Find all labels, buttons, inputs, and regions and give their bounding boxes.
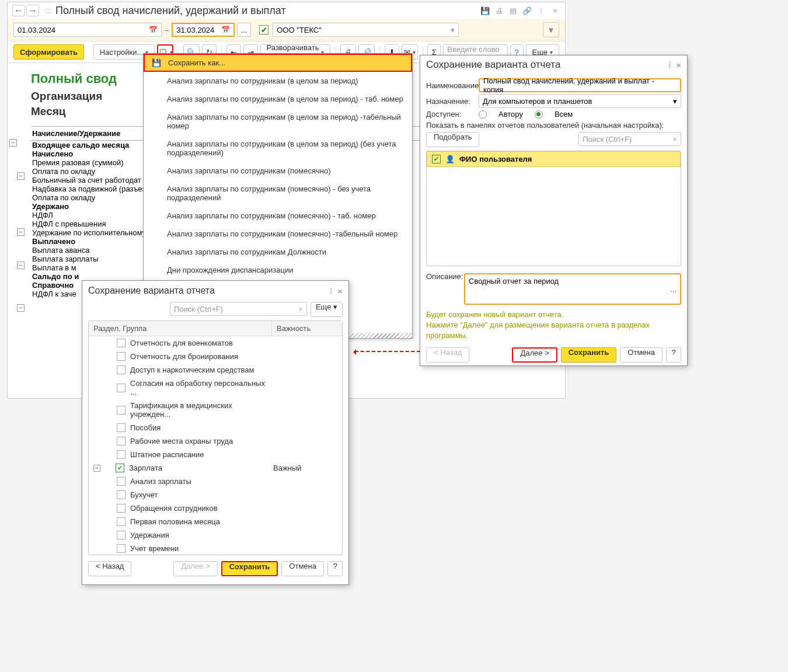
window-title: Полный свод начислений, удержаний и выпл… xyxy=(55,5,476,17)
pick-button[interactable]: Подобрать xyxy=(426,132,479,147)
expand-text-icon[interactable]: ... xyxy=(666,285,677,294)
help-button[interactable]: ? xyxy=(666,347,681,363)
cancel-button[interactable]: Отмена xyxy=(620,347,663,363)
tree-toggle[interactable]: − xyxy=(17,172,25,180)
favorite-icon[interactable]: ☆ xyxy=(43,4,53,17)
section-checkbox[interactable] xyxy=(117,423,125,432)
kebab-menu-icon[interactable]: ⁝ xyxy=(668,60,671,70)
section-search-input[interactable]: Поиск (Ctrl+F)× xyxy=(170,302,307,316)
variant-menu-item[interactable]: Анализ зарплаты по сотрудникам (в целом … xyxy=(144,108,412,135)
variant-menu-item[interactable]: Анализ зарплаты по сотрудникам (помесячн… xyxy=(144,180,412,207)
save-button[interactable]: Сохранить xyxy=(221,561,278,576)
section-checkbox[interactable] xyxy=(117,437,125,445)
back-button[interactable]: < Назад xyxy=(88,561,131,576)
author-radio[interactable] xyxy=(479,110,487,119)
section-row[interactable]: −✔ЗарплатаВажный xyxy=(89,461,342,475)
more-button[interactable]: Еще ▾ xyxy=(311,302,343,317)
section-checkbox[interactable] xyxy=(117,406,125,415)
description-input[interactable]: Сводный отчет за период... xyxy=(464,273,681,305)
sections-scroll[interactable]: Отчетность для военкоматовОтчетность для… xyxy=(89,336,342,555)
section-checkbox[interactable] xyxy=(117,339,125,347)
variant-menu-item[interactable]: Анализ зарплаты по сотрудникам (помесячн… xyxy=(144,225,412,243)
date-from-input[interactable]: 01.03.2024📅 xyxy=(13,23,162,37)
description-label: Описание: xyxy=(426,272,464,281)
print-icon[interactable]: 🖨 xyxy=(494,5,504,16)
variant-menu-item[interactable]: Анализ зарплаты по сотрудникам (в целом … xyxy=(144,90,412,108)
save-button[interactable]: Сохранить xyxy=(561,347,617,363)
section-row[interactable]: Пособия xyxy=(89,421,342,434)
info-text: Будет сохранен новый вариант отчета. Наж… xyxy=(426,309,681,342)
assignment-select[interactable]: Для компьютеров и планшетов▾ xyxy=(479,94,681,108)
section-row[interactable]: Отчетность для военкоматов xyxy=(89,336,342,350)
section-row[interactable]: Доступ к наркотическим средствам xyxy=(89,363,342,377)
name-input[interactable]: Полный свод начислений, удержаний и выпл… xyxy=(479,78,681,92)
tree-toggle[interactable]: − xyxy=(93,465,100,472)
user-list-item[interactable]: ✔ 👤 ФИО пользователя xyxy=(427,151,681,167)
organization-select[interactable]: ООО "ТЕКС"▾ xyxy=(273,23,459,37)
close-icon[interactable]: × xyxy=(676,60,681,70)
calendar-icon[interactable]: 📅 xyxy=(221,26,230,34)
section-row[interactable]: Бухучет xyxy=(89,488,342,502)
kebab-menu-icon[interactable]: ⁝ xyxy=(536,5,546,16)
calendar-icon[interactable]: 📅 xyxy=(149,26,158,34)
filter-funnel-button[interactable]: ▼ xyxy=(543,22,559,37)
user-search-input[interactable]: Поиск (Ctrl+F)× xyxy=(578,132,681,146)
org-checkbox[interactable]: ✔ xyxy=(259,25,269,34)
generate-button[interactable]: Сформировать xyxy=(13,44,84,60)
close-icon[interactable]: × xyxy=(337,286,343,296)
variant-menu-item[interactable]: Анализ зарплаты по сотрудникам (помесячн… xyxy=(144,207,412,225)
save-as-menu-item[interactable]: 💾Сохранить как... xyxy=(144,54,412,72)
section-row[interactable]: Штатное расписание xyxy=(89,448,342,461)
section-checkbox[interactable] xyxy=(117,477,125,486)
section-checkbox[interactable] xyxy=(117,352,125,361)
help-button[interactable]: ? xyxy=(327,561,343,576)
tree-toggle[interactable]: − xyxy=(17,262,25,269)
section-row[interactable]: Анализ зарплаты xyxy=(89,475,342,488)
nav-forward-button[interactable]: → xyxy=(26,5,39,16)
variant-menu-item[interactable]: Анализ зарплаты по сотрудникам (помесячн… xyxy=(144,162,412,180)
section-checkbox[interactable] xyxy=(117,517,125,526)
variant-menu-item[interactable]: Дни прохождения диспансаризации xyxy=(144,261,412,279)
section-checkbox[interactable] xyxy=(117,504,125,513)
tree-toggle[interactable]: − xyxy=(9,139,17,147)
section-row[interactable]: Первая половина месяца xyxy=(89,515,342,528)
date-from-value: 01.03.2024 xyxy=(18,26,55,34)
section-row[interactable]: Рабочие места охраны труда xyxy=(89,434,342,448)
section-row[interactable]: Тарификация в медицинских учрежден... xyxy=(89,399,342,421)
section-checkbox[interactable] xyxy=(117,544,125,553)
date-to-input[interactable]: 31.03.2024📅 xyxy=(172,23,235,37)
variant-menu-item[interactable]: Анализ зарплаты по сотрудникам Должности xyxy=(144,243,412,261)
document-icon[interactable]: ▤ xyxy=(508,5,518,16)
section-checkbox[interactable] xyxy=(117,490,125,499)
save-icon[interactable]: 💾 xyxy=(480,5,490,16)
nav-back-button[interactable]: ← xyxy=(12,5,25,16)
next-button[interactable]: Далее > xyxy=(512,347,557,363)
tree-toggle[interactable]: − xyxy=(17,228,25,236)
variant-menu-item[interactable]: Анализ зарплаты по сотрудникам (в целом … xyxy=(144,135,412,162)
section-checkbox[interactable] xyxy=(117,384,125,392)
all-radio[interactable] xyxy=(535,110,543,119)
link-icon[interactable]: 🔗 xyxy=(522,5,532,16)
back-button[interactable]: < Назад xyxy=(426,347,469,363)
dialog-footer: < Назад Далее > Сохранить Отмена ? xyxy=(426,346,681,364)
section-row[interactable]: Отчетность для бронирования xyxy=(89,350,342,363)
assignment-label: Назначение: xyxy=(426,97,479,106)
user-checkbox[interactable]: ✔ xyxy=(432,155,441,163)
tree-toggle[interactable]: − xyxy=(17,304,25,312)
section-checkbox[interactable]: ✔ xyxy=(116,464,124,472)
importance-column-header: Важность xyxy=(272,321,342,336)
next-button[interactable]: Далее > xyxy=(173,561,217,576)
kebab-menu-icon[interactable]: ⁝ xyxy=(330,285,333,296)
close-icon[interactable]: × xyxy=(550,5,560,16)
section-checkbox[interactable] xyxy=(117,531,125,539)
period-picker-button[interactable]: ... xyxy=(237,23,251,37)
section-row[interactable]: Согласия на обработку персональных ... xyxy=(89,377,342,399)
section-row[interactable]: Удержания xyxy=(89,528,342,542)
variant-menu-item[interactable]: Анализ зарплаты по сотрудникам (в целом … xyxy=(144,72,412,90)
section-row[interactable]: Учет времени xyxy=(89,542,342,555)
dropdown-icon: ▾ xyxy=(451,26,455,34)
section-checkbox[interactable] xyxy=(117,365,125,374)
section-checkbox[interactable] xyxy=(117,450,125,459)
cancel-button[interactable]: Отмена xyxy=(281,561,324,576)
section-row[interactable]: Обращения сотрудников xyxy=(89,502,342,515)
